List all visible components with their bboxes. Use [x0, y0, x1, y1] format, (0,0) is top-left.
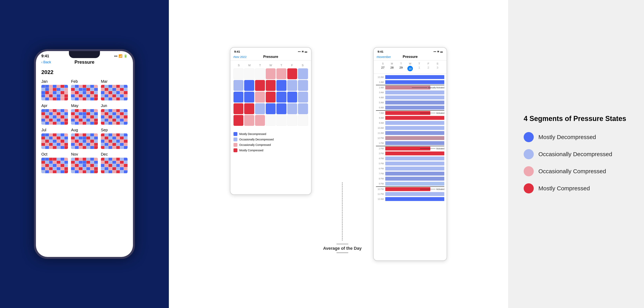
month-heatmap-jul[interactable] — [41, 133, 68, 149]
signal-icon: ▪▪▪ — [114, 54, 118, 58]
month-heatmap-aug[interactable] — [71, 133, 98, 149]
time-label-20: 8 PM — [376, 177, 384, 180]
monthly-week-cell[interactable] — [255, 103, 265, 114]
heat-cell — [112, 115, 116, 118]
monthly-week-cell[interactable] — [298, 103, 308, 114]
monthly-week-cell[interactable] — [266, 115, 276, 126]
monthly-status-bar: 9:41 ▪▪▪ ≋ ▬ — [230, 48, 311, 54]
heat-cell — [108, 94, 112, 97]
heat-cell — [57, 137, 60, 139]
heat-cell — [64, 122, 68, 125]
time-slot-2pm: 2 PMActivated — [376, 146, 444, 151]
heat-cell — [108, 98, 112, 100]
heat-cell — [71, 119, 75, 122]
monthly-week-cell[interactable] — [266, 92, 276, 103]
monthly-week-cell[interactable] — [298, 80, 308, 91]
heat-cell — [49, 88, 53, 91]
heat-cell — [64, 161, 68, 164]
heat-cell — [94, 167, 98, 170]
monthly-week-cell[interactable] — [234, 103, 244, 114]
phone-back-button[interactable]: ‹ Back — [41, 60, 51, 64]
monthly-back-button[interactable]: ‹ Nov 2022 — [233, 55, 247, 59]
month-item-jan: Jan — [41, 79, 68, 100]
month-heatmap-nov[interactable] — [71, 158, 98, 173]
monthly-week-cell[interactable] — [244, 92, 254, 103]
heat-cell — [86, 143, 90, 146]
monthly-week-cell[interactable] — [255, 92, 265, 103]
monthly-week-cell[interactable] — [287, 115, 297, 126]
heat-cell — [108, 112, 112, 115]
monthly-week-cell[interactable] — [255, 115, 265, 126]
monthly-week-rows — [234, 68, 308, 126]
monthly-week-cell[interactable] — [244, 115, 254, 126]
monthly-week-cell[interactable] — [255, 80, 265, 91]
month-heatmap-dec[interactable] — [101, 158, 128, 173]
time-bar-1 — [385, 80, 444, 84]
heat-cell — [53, 85, 56, 88]
daily-date-28[interactable]: 28 — [388, 66, 396, 71]
monthly-week-cell[interactable] — [266, 68, 276, 79]
heat-cell — [49, 137, 53, 139]
heat-cell — [45, 115, 49, 118]
daily-date-3[interactable]: 3 — [433, 66, 442, 71]
monthly-week-cell[interactable] — [244, 103, 254, 114]
month-heatmap-mar[interactable] — [101, 85, 128, 100]
monthly-week-cell[interactable] — [298, 68, 308, 79]
heat-cell — [124, 143, 128, 146]
monthly-week-cell[interactable] — [266, 103, 276, 114]
monthly-week-cell[interactable] — [234, 80, 244, 91]
month-item-feb: Feb — [71, 79, 98, 100]
monthly-week-cell[interactable] — [276, 103, 286, 114]
monthly-week-cell[interactable] — [276, 68, 286, 79]
daily-date-29[interactable]: 29 — [396, 66, 406, 71]
daily-date-1[interactable]: 1 — [415, 66, 424, 71]
heat-cell — [124, 161, 128, 164]
heat-cell — [53, 91, 56, 94]
time-slot-6pm: 6 PM — [376, 166, 444, 171]
month-item-jun: Jun — [101, 104, 128, 125]
month-heatmap-jun[interactable] — [101, 109, 128, 125]
month-heatmap-sep[interactable] — [101, 133, 128, 149]
monthly-week-cell[interactable] — [266, 80, 276, 91]
month-heatmap-apr[interactable] — [41, 109, 68, 125]
monthly-week-cell[interactable] — [276, 92, 286, 103]
heat-cell — [57, 98, 60, 100]
monthly-week-cell[interactable] — [255, 68, 265, 79]
monthly-week-cell[interactable] — [298, 92, 308, 103]
time-label-2: 2 AM — [376, 86, 384, 89]
heat-cell — [71, 167, 75, 170]
monthly-week-cell[interactable] — [244, 68, 254, 79]
monthly-week-cell[interactable] — [234, 115, 244, 126]
heat-cell — [90, 137, 94, 139]
month-heatmap-jan[interactable] — [41, 85, 68, 100]
monthly-week-cell[interactable] — [287, 103, 297, 114]
heat-cell — [75, 94, 78, 97]
month-heatmap-feb[interactable] — [71, 85, 98, 100]
daily-date-30[interactable]: 30 — [408, 66, 413, 71]
month-heatmap-oct[interactable] — [41, 158, 68, 173]
daily-status-icons: ▪▪▪ ≋ ▬ — [434, 50, 443, 53]
monthly-week-cell[interactable] — [244, 80, 254, 91]
monthly-week-cell[interactable] — [287, 80, 297, 91]
heat-cell — [71, 137, 75, 139]
heat-cell — [49, 158, 53, 161]
monthly-week-cell[interactable] — [234, 68, 244, 79]
heat-cell — [104, 133, 108, 136]
right-legend-item-0: Mostly Decompressed — [524, 132, 628, 142]
monthly-week-cell[interactable] — [287, 92, 297, 103]
daily-date-2[interactable]: 2 — [424, 66, 433, 71]
heat-cell — [49, 122, 53, 125]
monthly-week-cell[interactable] — [234, 92, 244, 103]
daily-back-button[interactable]: ‹ November — [376, 55, 391, 59]
monthly-week-cell[interactable] — [276, 80, 286, 91]
heat-cell — [104, 146, 108, 149]
month-heatmap-may[interactable] — [71, 109, 98, 125]
annotation-text: Manually Activated — [428, 87, 444, 89]
monthly-week-cell[interactable] — [287, 68, 297, 79]
monthly-week-cell[interactable] — [276, 115, 286, 126]
daily-signal: ▪▪▪ — [434, 50, 436, 53]
right-legend-label-3: Mostly Compressed — [538, 185, 590, 192]
monthly-week-cell[interactable] — [298, 115, 308, 126]
daily-date-27[interactable]: 27 — [378, 66, 388, 71]
heat-cell — [112, 158, 116, 161]
